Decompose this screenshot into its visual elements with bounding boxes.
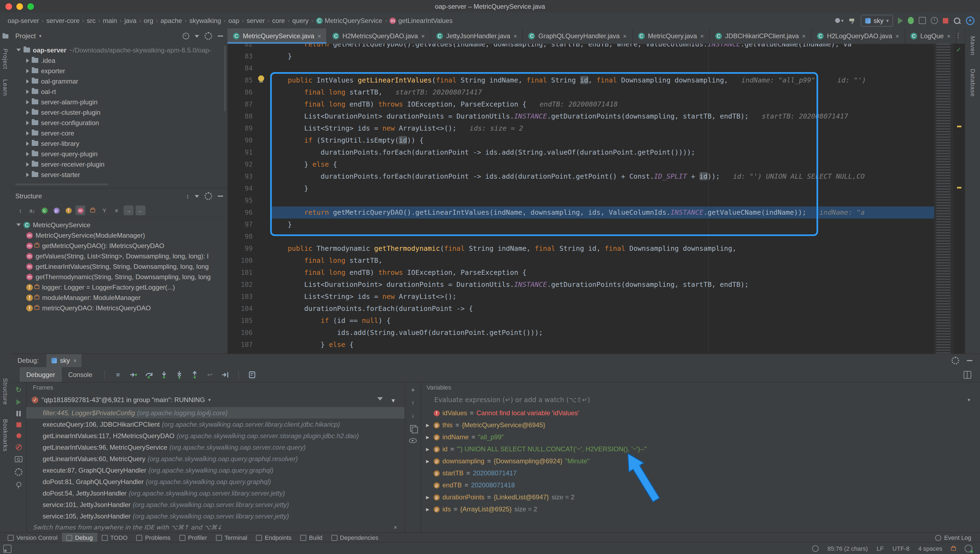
- layout-settings-icon[interactable]: [964, 371, 971, 378]
- toolwindow-toggle-icon[interactable]: [3, 544, 11, 552]
- breadcrumb-item[interactable]: server: [247, 17, 265, 24]
- mute-breakpoints-icon[interactable]: [16, 444, 22, 450]
- file-encoding[interactable]: UTF-8: [892, 545, 910, 552]
- tool-stripe-learn[interactable]: Learn: [2, 79, 9, 96]
- close-tab-icon[interactable]: ×: [318, 33, 321, 39]
- frame-row[interactable]: service:105, JettyJsonHandler(org.apache…: [26, 510, 405, 522]
- code-line[interactable]: 84: [228, 62, 934, 74]
- toolwindow-button-debug[interactable]: Debug: [62, 533, 97, 543]
- chevron-down-icon[interactable]: ▾: [968, 397, 970, 403]
- toolwindow-button-terminal[interactable]: Terminal: [211, 533, 252, 543]
- indent-setting[interactable]: 4 spaces: [918, 545, 942, 552]
- thread-dump-camera-icon[interactable]: [15, 456, 22, 462]
- breadcrumb-item[interactable]: mgetLinearIntValues: [389, 17, 453, 24]
- minimap[interactable]: [934, 44, 953, 353]
- frame-row[interactable]: getLinearIntValues:96, MetricQueryServic…: [26, 441, 405, 453]
- code-line[interactable]: 85 public IntValues getLinearIntValues(f…: [228, 74, 934, 86]
- project-tree-item[interactable]: .idea: [16, 55, 228, 65]
- project-tree-item[interactable]: server-receiver-plugin: [16, 159, 228, 169]
- code-line[interactable]: 83 }: [228, 50, 934, 62]
- chevron-collapsed-icon[interactable]: ▸: [425, 505, 431, 513]
- group-methods-icon[interactable]: ≡: [112, 205, 121, 215]
- editor-tab[interactable]: CJDBCHikariCPClient.java×: [710, 29, 812, 44]
- drop-frame-icon[interactable]: ↩: [202, 368, 218, 382]
- autoscroll-to-source-icon[interactable]: →: [124, 205, 133, 215]
- project-tree-item[interactable]: server-alarm-plugin: [16, 97, 228, 107]
- structure-member-row[interactable]: mgetLinearIntValues(String, String, Down…: [16, 261, 228, 272]
- close-icon[interactable]: ×: [73, 358, 77, 364]
- sort-alpha-icon[interactable]: a↓: [27, 205, 37, 215]
- code-line[interactable]: 101 final long endTB) throws IOException…: [228, 267, 934, 279]
- code-line[interactable]: 97 }: [228, 218, 934, 231]
- toolwindow-button-profiler[interactable]: Profiler: [175, 533, 211, 543]
- chevron-collapsed-icon[interactable]: ▸: [425, 433, 431, 441]
- toolwindow-button-todo[interactable]: TODO: [97, 533, 132, 543]
- code-line[interactable]: 82 return getMetricQueryDAO().getValues(…: [228, 44, 934, 50]
- coverage-button[interactable]: [919, 17, 926, 24]
- frame-row[interactable]: executeQuery:106, JDBCHikariCPClient(org…: [26, 419, 405, 430]
- tool-stripe-bookmarks[interactable]: Bookmarks: [2, 419, 9, 452]
- project-tree-item[interactable]: exporter: [16, 65, 228, 76]
- chevron-collapsed-icon[interactable]: ▸: [425, 421, 431, 429]
- project-tree-item[interactable]: server-configuration: [16, 118, 228, 128]
- project-tree-item[interactable]: oal-grammar: [16, 76, 228, 86]
- build-hammer-icon[interactable]: [849, 17, 856, 24]
- chevron-down-icon[interactable]: ▾: [391, 396, 395, 404]
- chevron-down-icon[interactable]: ▾: [39, 33, 41, 39]
- user-icon[interactable]: ▾: [835, 18, 844, 23]
- evaluate-expression-field[interactable]: Evaluate expression (↵) or add a watch (…: [420, 393, 980, 407]
- project-tree-item[interactable]: server-starter: [16, 169, 228, 180]
- variable-row[interactable]: ▸pids = {ArrayList@6925}size = 2: [420, 503, 980, 515]
- code-editor[interactable]: 82 return getMetricQueryDAO().getValues(…: [228, 44, 965, 353]
- resume-icon[interactable]: [16, 400, 21, 405]
- toolwindow-button-problems[interactable]: Problems: [132, 533, 175, 543]
- code-line[interactable]: 103 List<String> ids = new ArrayList<>()…: [228, 291, 934, 302]
- code-line[interactable]: 107 } else {: [228, 339, 934, 351]
- autoscroll-from-source-icon[interactable]: ←: [136, 205, 145, 215]
- structure-member-row[interactable]: mgetValues(String, List<String>, Downsam…: [16, 251, 228, 261]
- close-tab-icon[interactable]: ×: [700, 33, 704, 39]
- breadcrumb-item[interactable]: skywalking: [189, 17, 221, 24]
- frame-row[interactable]: getLinearIntValues:117, H2MetricsQueryDA…: [26, 430, 405, 441]
- code-line[interactable]: 92 } else {: [228, 158, 934, 170]
- editor-tab[interactable]: CH2MetricsQueryDAO.java×: [327, 29, 431, 44]
- code-line[interactable]: 106 ids.add(String.valueOf(durationPoint…: [228, 327, 934, 339]
- force-step-into-icon[interactable]: [172, 368, 187, 382]
- debug-settings-gear-icon[interactable]: [15, 468, 22, 476]
- close-tab-icon[interactable]: ×: [421, 33, 425, 39]
- visibility-filter-icon[interactable]: [88, 205, 97, 215]
- project-tree-item[interactable]: oal-rt: [16, 86, 228, 97]
- locate-file-icon[interactable]: [183, 33, 189, 39]
- tool-stripe-project[interactable]: Project: [2, 49, 9, 69]
- sort-visibility-icon[interactable]: ↕: [15, 205, 25, 215]
- caret-position[interactable]: 85:76 (2 chars): [827, 545, 868, 552]
- frame-row[interactable]: service:101, JettyJsonHandler(org.apache…: [26, 499, 405, 510]
- step-into-icon[interactable]: [156, 368, 172, 382]
- step-over-icon[interactable]: [141, 368, 156, 382]
- show-watches-eye-icon[interactable]: [409, 438, 417, 443]
- collapse-all-icon[interactable]: [195, 195, 199, 197]
- rerun-icon[interactable]: ↻: [16, 386, 22, 393]
- close-hint-icon[interactable]: ×: [393, 524, 397, 530]
- editor-tab[interactable]: CLogQue×: [905, 29, 956, 44]
- evaluate-expression-icon[interactable]: [244, 368, 260, 382]
- code-line[interactable]: 86 final long startTB,startTB: 202008071…: [228, 86, 934, 98]
- run-config-select[interactable]: sky ▾: [861, 14, 893, 27]
- editor-tab[interactable]: CGraphQLQueryHandler.java×: [523, 29, 632, 44]
- code-line[interactable]: 98: [228, 231, 934, 243]
- structure-member-row[interactable]: fmetricQueryDAO: IMetricsQueryDAO: [16, 302, 228, 313]
- toolwindow-button-dependencies[interactable]: Dependencies: [327, 533, 383, 543]
- pause-icon[interactable]: [16, 411, 21, 416]
- error-stripe[interactable]: ✓: [953, 44, 965, 353]
- variable-row[interactable]: ▸pthis = {MetricQueryService@6945}: [420, 419, 980, 431]
- code-line[interactable]: 105 if (id == null) {: [228, 315, 934, 327]
- project-tree-item[interactable]: server-library: [16, 138, 228, 149]
- project-tree-item[interactable]: server-query-plugin: [16, 149, 228, 159]
- frame-row[interactable]: execute:87, GraphQLQueryHandler(org.apac…: [26, 465, 405, 476]
- show-execution-point-icon[interactable]: [126, 368, 141, 382]
- ide-update-icon[interactable]: [966, 16, 975, 25]
- add-watch-icon[interactable]: +: [411, 386, 415, 393]
- code-line[interactable]: 94 }: [228, 183, 934, 194]
- editor-tab[interactable]: CH2LogQueryDAO.java×: [812, 29, 905, 44]
- tab-list-icon[interactable]: ⋮: [955, 32, 961, 39]
